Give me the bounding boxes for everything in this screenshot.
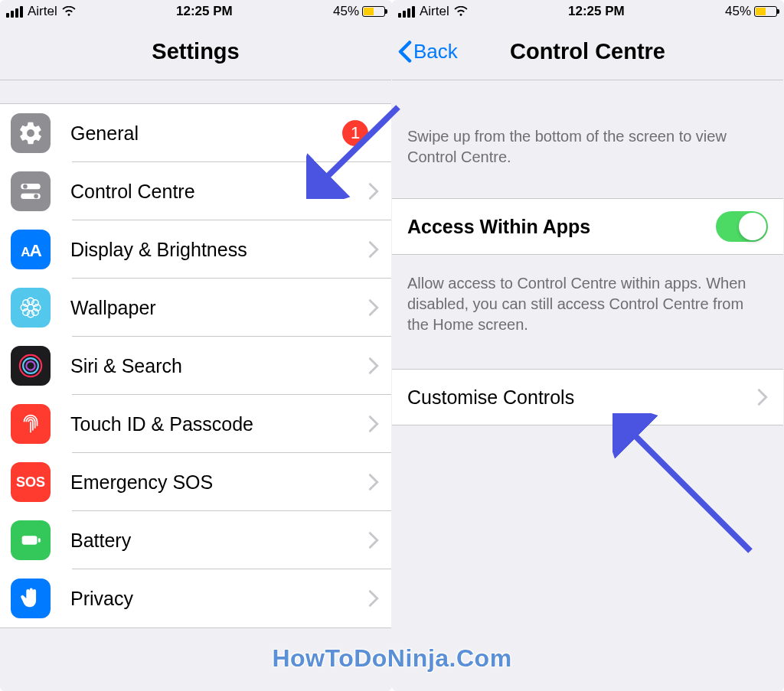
row-siri-search[interactable]: Siri & Search xyxy=(0,337,391,395)
status-bar: Airtel 12:25 PM 45% xyxy=(0,0,391,23)
battery-icon xyxy=(362,6,385,17)
flower-icon xyxy=(11,288,51,328)
row-label: Control Centre xyxy=(70,181,368,203)
notification-badge: 1 xyxy=(342,120,368,146)
page-title: Settings xyxy=(152,39,239,64)
back-button[interactable]: Back xyxy=(398,40,458,64)
row-label: Emergency SOS xyxy=(70,471,368,494)
chevron-right-icon xyxy=(368,240,379,259)
gear-icon xyxy=(11,113,51,153)
chevron-right-icon xyxy=(368,589,379,608)
watermark: HowToDoNinja.Com xyxy=(272,644,511,673)
cell-label: Access Within Apps xyxy=(407,216,590,238)
settings-list: General 1 Control Centre AA Display & Br… xyxy=(0,103,391,628)
nav-bar: Settings xyxy=(0,23,391,80)
chevron-right-icon xyxy=(757,388,768,406)
toggle-access-within-apps[interactable] xyxy=(716,211,768,242)
svg-text:A: A xyxy=(30,240,42,260)
sos-icon: SOS xyxy=(11,462,51,502)
chevron-right-icon xyxy=(368,531,379,549)
page-title: Control Centre xyxy=(510,39,665,64)
signal-icon xyxy=(398,6,415,18)
signal-icon xyxy=(6,6,23,18)
svg-point-3 xyxy=(34,194,38,199)
hint-text-access: Allow access to Control Centre within ap… xyxy=(392,255,783,354)
hint-text-swipe: Swipe up from the bottom of the screen t… xyxy=(392,80,783,198)
battery-percentage: 45% xyxy=(725,4,751,19)
control-centre-screen: Airtel 12:25 PM 45% Back Control Centre … xyxy=(392,0,784,691)
row-emergency-sos[interactable]: SOS Emergency SOS xyxy=(0,453,391,511)
cell-label: Customise Controls xyxy=(407,386,574,409)
row-label: Touch ID & Passcode xyxy=(70,413,368,435)
battery-icon xyxy=(754,6,777,17)
battery-icon xyxy=(11,520,51,560)
svg-rect-19 xyxy=(38,538,41,543)
chevron-right-icon xyxy=(368,182,379,200)
carrier-label: Airtel xyxy=(420,4,449,19)
chevron-right-icon xyxy=(368,357,379,375)
chevron-right-icon xyxy=(368,298,379,317)
clock: 12:25 PM xyxy=(176,4,233,19)
row-display-brightness[interactable]: AA Display & Brightness xyxy=(0,220,391,279)
svg-point-16 xyxy=(23,358,38,373)
row-touch-id[interactable]: Touch ID & Passcode xyxy=(0,395,391,453)
row-privacy[interactable]: Privacy xyxy=(0,569,391,627)
row-label: General xyxy=(70,122,342,145)
row-access-within-apps[interactable]: Access Within Apps xyxy=(392,198,783,255)
settings-screen: Airtel 12:25 PM 45% Settings General 1 xyxy=(0,0,392,691)
row-battery[interactable]: Battery xyxy=(0,511,391,569)
row-control-centre[interactable]: Control Centre xyxy=(0,162,391,220)
wifi-icon xyxy=(62,6,76,17)
row-label: Privacy xyxy=(70,588,368,610)
chevron-right-icon xyxy=(368,473,379,491)
clock: 12:25 PM xyxy=(568,4,625,19)
row-label: Wallpaper xyxy=(70,297,368,319)
siri-icon xyxy=(11,346,51,386)
row-general[interactable]: General 1 xyxy=(0,104,391,162)
svg-rect-18 xyxy=(22,536,38,544)
row-label: Battery xyxy=(70,530,368,552)
row-label: Display & Brightness xyxy=(70,239,368,261)
status-bar: Airtel 12:25 PM 45% xyxy=(392,0,783,23)
svg-point-17 xyxy=(26,361,34,370)
svg-point-1 xyxy=(23,184,28,189)
fingerprint-icon xyxy=(11,404,51,444)
row-label: Siri & Search xyxy=(70,355,368,377)
back-label: Back xyxy=(413,40,458,64)
toggles-icon xyxy=(11,171,51,211)
carrier-label: Airtel xyxy=(28,4,57,19)
battery-percentage: 45% xyxy=(333,4,359,19)
wifi-icon xyxy=(454,6,468,17)
hand-icon xyxy=(11,579,51,618)
row-customise-controls[interactable]: Customise Controls xyxy=(392,369,783,425)
nav-bar: Back Control Centre xyxy=(392,23,783,80)
chevron-right-icon xyxy=(368,415,379,433)
text-size-icon: AA xyxy=(11,230,51,269)
row-wallpaper[interactable]: Wallpaper xyxy=(0,279,391,337)
